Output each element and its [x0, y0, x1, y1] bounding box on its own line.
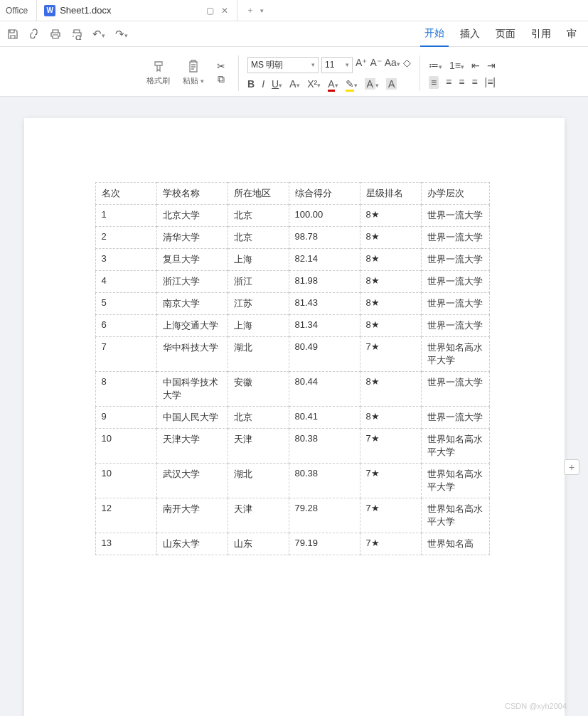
table-cell[interactable]: 2 [95, 227, 156, 249]
table-cell[interactable]: 6 [95, 315, 156, 337]
table-cell[interactable]: 世界知名高水平大学 [421, 464, 489, 498]
align-center-icon[interactable]: ≡ [446, 76, 451, 89]
table-cell[interactable]: 7 [95, 337, 156, 372]
cut-icon[interactable]: ✂ [217, 60, 225, 72]
table-cell[interactable]: 79.19 [289, 533, 360, 555]
table-cell[interactable]: 上海交通大学 [156, 315, 228, 337]
table-cell[interactable]: 世界知名高水平大学 [421, 337, 489, 372]
decrease-font-icon[interactable]: A⁻ [370, 57, 381, 73]
paste-group[interactable]: 粘贴 ▾ [178, 58, 208, 87]
numbered-list-icon[interactable]: 1≡▾ [449, 60, 464, 71]
table-cell[interactable]: 7★ [360, 464, 421, 498]
table-cell[interactable]: 7★ [360, 533, 421, 555]
header-cell[interactable]: 名次 [95, 183, 156, 205]
table-cell[interactable]: 上海 [228, 315, 289, 337]
table-cell[interactable]: 山东 [228, 533, 289, 555]
table-cell[interactable]: 世界一流大学 [421, 293, 489, 315]
table-cell[interactable]: 8★ [360, 372, 421, 407]
table-cell[interactable]: 7★ [360, 498, 421, 533]
menu-start[interactable]: 开始 [420, 21, 449, 47]
change-case-icon[interactable]: Aa▾ [385, 57, 400, 73]
table-cell[interactable]: 1 [95, 205, 156, 227]
menu-reference[interactable]: 引用 [527, 22, 555, 46]
font-color-icon[interactable]: A▾ [328, 78, 338, 90]
table-cell[interactable]: 8★ [360, 293, 421, 315]
table-cell[interactable]: 世界一流大学 [421, 271, 489, 293]
table-cell[interactable]: 8★ [360, 315, 421, 337]
table-cell[interactable]: 12 [95, 498, 156, 533]
copy-icon[interactable]: ⧉ [218, 73, 225, 85]
table-cell[interactable]: 世界知名高水平大学 [421, 429, 489, 464]
print-icon[interactable] [50, 28, 61, 40]
table-cell[interactable]: 80.44 [289, 372, 360, 407]
table-cell[interactable]: 南京大学 [156, 293, 228, 315]
table-cell[interactable]: 8★ [360, 407, 421, 429]
table-cell[interactable]: 浙江 [228, 271, 289, 293]
table-cell[interactable]: 湖北 [228, 337, 289, 372]
increase-font-icon[interactable]: A⁺ [356, 57, 367, 73]
header-cell[interactable]: 办学层次 [421, 183, 489, 205]
table-cell[interactable]: 天津 [228, 429, 289, 464]
table-cell[interactable]: 天津大学 [156, 429, 228, 464]
table-cell[interactable]: 世界一流大学 [421, 315, 489, 337]
table-cell[interactable]: 江苏 [228, 293, 289, 315]
font-size-select[interactable]: 11▾ [321, 57, 353, 73]
table-cell[interactable]: 北京 [228, 227, 289, 249]
document-tab[interactable]: W Sheet1.docx ▢ ✕ [37, 0, 237, 21]
font-name-select[interactable]: MS 明朝▾ [247, 57, 319, 73]
highlight-icon[interactable]: ✎▾ [346, 78, 358, 90]
align-left-icon[interactable]: ≡ [429, 76, 439, 89]
table-cell[interactable]: 80.38 [289, 464, 360, 498]
table-cell[interactable]: 9 [95, 407, 156, 429]
table-cell[interactable]: 81.34 [289, 315, 360, 337]
char-shading-icon[interactable]: A▾ [365, 78, 379, 90]
increase-indent-icon[interactable]: ⇥ [487, 60, 496, 71]
table-cell[interactable]: 世界一流大学 [421, 205, 489, 227]
char-border-icon[interactable]: A [386, 78, 397, 90]
table-cell[interactable]: 7★ [360, 337, 421, 372]
table-cell[interactable]: 世界知名高水平大学 [421, 498, 489, 533]
underline-icon[interactable]: U▾ [272, 78, 282, 90]
table-cell[interactable]: 北京 [228, 407, 289, 429]
data-table[interactable]: 名次 学校名称 所在地区 综合得分 星级排名 办学层次 1北京大学北京100.0… [95, 182, 490, 555]
table-cell[interactable]: 4 [95, 271, 156, 293]
undo-icon[interactable]: ↶▾ [92, 28, 105, 41]
table-cell[interactable]: 81.98 [289, 271, 360, 293]
header-cell[interactable]: 所在地区 [228, 183, 289, 205]
align-distribute-icon[interactable]: |≡| [485, 76, 496, 89]
table-cell[interactable]: 13 [95, 533, 156, 555]
save-icon[interactable] [7, 28, 18, 40]
table-cell[interactable]: 上海 [228, 249, 289, 271]
table-cell[interactable]: 8 [95, 372, 156, 407]
table-cell[interactable]: 80.49 [289, 337, 360, 372]
table-cell[interactable]: 10 [95, 464, 156, 498]
table-cell[interactable]: 世界一流大学 [421, 372, 489, 407]
table-cell[interactable]: 世界知名高 [421, 533, 489, 555]
table-cell[interactable]: 8★ [360, 249, 421, 271]
bullet-list-icon[interactable]: ≔▾ [429, 60, 442, 71]
table-cell[interactable]: 北京大学 [156, 205, 228, 227]
table-cell[interactable]: 7★ [360, 429, 421, 464]
table-cell[interactable]: 8★ [360, 271, 421, 293]
menu-insert[interactable]: 插入 [456, 22, 484, 46]
table-cell[interactable]: 山东大学 [156, 533, 228, 555]
table-cell[interactable]: 98.78 [289, 227, 360, 249]
table-cell[interactable]: 79.28 [289, 498, 360, 533]
table-cell[interactable]: 81.43 [289, 293, 360, 315]
table-cell[interactable]: 南开大学 [156, 498, 228, 533]
strikethrough-icon[interactable]: A̵▾ [289, 78, 300, 90]
table-cell[interactable]: 100.00 [289, 205, 360, 227]
table-cell[interactable]: 世界一流大学 [421, 249, 489, 271]
header-cell[interactable]: 综合得分 [289, 183, 360, 205]
menu-review[interactable]: 审 [562, 22, 581, 46]
tab-window-icon[interactable]: ▢ [205, 6, 215, 16]
bold-icon[interactable]: B [247, 78, 255, 90]
table-cell[interactable]: 清华大学 [156, 227, 228, 249]
clear-format-icon[interactable]: ◇ [403, 57, 411, 73]
redo-icon[interactable]: ↷▾ [115, 28, 128, 41]
new-tab-dropdown-icon[interactable]: ▾ [259, 7, 265, 14]
header-cell[interactable]: 学校名称 [156, 183, 228, 205]
table-cell[interactable]: 中国人民大学 [156, 407, 228, 429]
table-cell[interactable]: 安徽 [228, 372, 289, 407]
header-cell[interactable]: 星级排名 [360, 183, 421, 205]
